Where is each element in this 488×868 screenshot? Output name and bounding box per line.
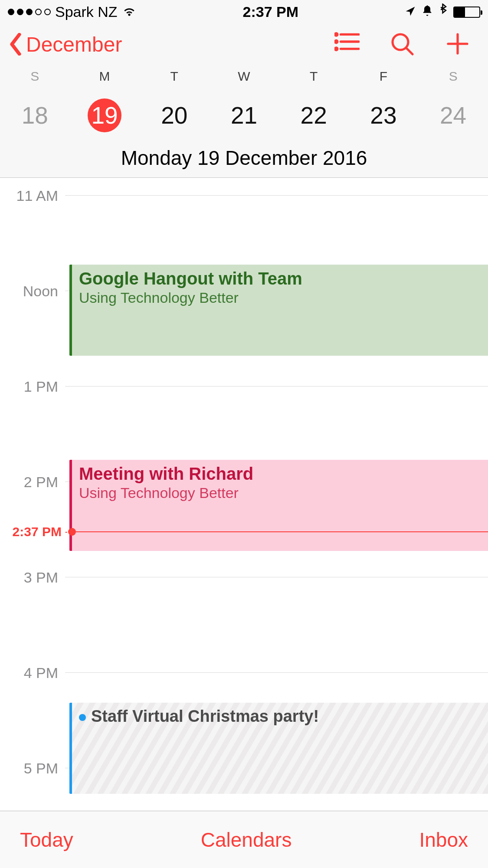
event-title: Staff Virtual Christmas party! bbox=[91, 707, 319, 726]
weekday-label: W bbox=[209, 69, 279, 84]
now-dot-icon bbox=[68, 528, 76, 536]
svg-point-5 bbox=[335, 48, 337, 50]
hour-row: 3 PM bbox=[0, 577, 488, 594]
status-bar: Spark NZ 2:37 PM bbox=[0, 0, 488, 24]
chevron-left-icon bbox=[8, 33, 23, 56]
hour-row: 11 AM bbox=[0, 195, 488, 212]
weekday-label: T bbox=[139, 69, 209, 84]
event-title: Meeting with Richard bbox=[79, 464, 481, 484]
weekday-label: S bbox=[0, 69, 70, 84]
today-button[interactable]: Today bbox=[20, 828, 73, 852]
calendar-event[interactable]: Google Hangout with TeamUsing Technology… bbox=[69, 265, 488, 356]
carrier-label: Spark NZ bbox=[55, 3, 118, 20]
day-cell[interactable]: 24 bbox=[418, 98, 488, 132]
day-cell[interactable]: 18 bbox=[0, 98, 70, 132]
day-cell[interactable]: 21 bbox=[209, 98, 279, 132]
hour-label: 11 AM bbox=[0, 187, 65, 204]
day-cell[interactable]: 23 bbox=[349, 98, 419, 132]
hour-label: 5 PM bbox=[0, 760, 65, 777]
day-timeline[interactable]: 11 AMNoon1 PM2 PM3 PM4 PM5 PM6 PM7 PM8 P… bbox=[0, 178, 488, 811]
list-view-icon[interactable] bbox=[334, 32, 360, 57]
hour-label: 1 PM bbox=[0, 378, 65, 395]
day-cell[interactable]: 19 bbox=[70, 98, 140, 132]
back-label: December bbox=[26, 33, 122, 56]
calendars-button[interactable]: Calendars bbox=[201, 828, 292, 852]
search-icon[interactable] bbox=[390, 32, 415, 57]
weekday-label: F bbox=[349, 69, 419, 84]
current-time-indicator: 2:37 PM- bbox=[0, 524, 488, 539]
weekday-label: T bbox=[279, 69, 349, 84]
inbox-button[interactable]: Inbox bbox=[419, 828, 468, 852]
hour-row: 4 PM bbox=[0, 672, 488, 689]
signal-strength-icon bbox=[8, 9, 51, 15]
day-cell[interactable]: 22 bbox=[279, 98, 349, 132]
day-cell[interactable]: 20 bbox=[139, 98, 209, 132]
battery-icon bbox=[453, 7, 480, 18]
weekday-label: M bbox=[70, 69, 140, 84]
location-icon bbox=[405, 3, 416, 20]
hour-label: Noon bbox=[0, 283, 65, 300]
back-button[interactable]: December bbox=[8, 33, 122, 56]
full-date-label: Monday 19 December 2016 bbox=[0, 137, 488, 178]
event-title: Google Hangout with Team bbox=[79, 269, 481, 288]
svg-line-7 bbox=[406, 48, 413, 54]
event-dot-icon bbox=[79, 714, 86, 721]
statusbar-time: 2:37 PM bbox=[243, 3, 299, 20]
svg-point-4 bbox=[335, 40, 337, 43]
bottom-toolbar: Today Calendars Inbox bbox=[0, 811, 488, 868]
hour-label: 3 PM bbox=[0, 569, 65, 586]
alarm-icon bbox=[421, 3, 433, 20]
calendar-event[interactable]: Staff Virtual Christmas party! bbox=[69, 703, 488, 794]
bluetooth-icon bbox=[439, 3, 448, 21]
event-subtitle: Using Technology Better bbox=[79, 485, 481, 501]
weekday-label: S bbox=[418, 69, 488, 84]
hour-label: 2 PM bbox=[0, 474, 65, 491]
hour-label: 4 PM bbox=[0, 665, 65, 681]
nav-header: December bbox=[0, 24, 488, 61]
wifi-icon bbox=[122, 3, 137, 20]
svg-point-3 bbox=[335, 33, 337, 36]
hour-row: 1 PM bbox=[0, 386, 488, 403]
week-strip: SMTWTFS 18192021222324 bbox=[0, 61, 488, 137]
now-label: 2:37 PM bbox=[0, 524, 64, 539]
add-icon[interactable] bbox=[445, 32, 471, 57]
event-subtitle: Using Technology Better bbox=[79, 289, 481, 306]
